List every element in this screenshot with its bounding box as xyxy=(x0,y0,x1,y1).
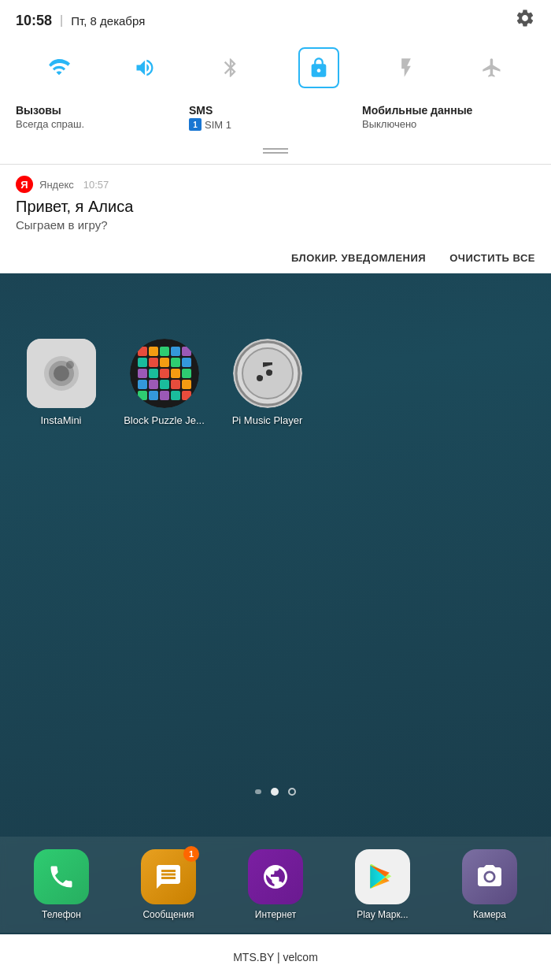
sms-block[interactable]: SMS 1 SIM 1 xyxy=(189,104,362,131)
calls-label: Вызовы xyxy=(16,104,189,117)
svg-rect-25 xyxy=(160,380,169,389)
airplane-toggle[interactable] xyxy=(473,49,511,87)
instamini-label: InstaMini xyxy=(40,414,81,428)
dock-item-playstore[interactable]: Play Марк... xyxy=(343,849,422,920)
app-item-pimusic[interactable]: Pi Music Player xyxy=(222,339,312,428)
phone-icon xyxy=(34,849,89,904)
page-dots xyxy=(255,788,296,796)
app-item-blockpuzzle[interactable]: Block Puzzle Je... xyxy=(119,339,209,428)
blockpuzzle-label: Block Puzzle Je... xyxy=(124,414,205,428)
playstore-icon xyxy=(355,849,410,904)
drag-handle xyxy=(0,139,551,164)
camera-icon xyxy=(462,849,517,904)
volume-toggle[interactable] xyxy=(126,49,164,87)
dock: Телефон 1 Сообщения Интернет xyxy=(0,837,551,933)
notification-panel: 10:58 | Пт, 8 декабря xyxy=(0,0,551,273)
app-item-instamini[interactable]: InstaMini xyxy=(16,339,106,428)
dock-item-internet[interactable]: Интернет xyxy=(236,849,315,920)
svg-rect-28 xyxy=(138,391,147,400)
clear-all-button[interactable]: ОЧИСТИТЬ ВСЕ xyxy=(449,252,535,264)
bluetooth-toggle[interactable] xyxy=(212,49,250,87)
svg-point-6 xyxy=(54,366,69,381)
status-date: Пт, 8 декабря xyxy=(71,14,145,28)
notif-body: Сыграем в игру? xyxy=(16,218,535,232)
messages-badge: 1 xyxy=(183,846,199,862)
notif-title: Привет, я Алиса xyxy=(16,198,535,216)
svg-rect-19 xyxy=(149,369,158,378)
svg-rect-23 xyxy=(138,380,147,389)
page-dot-3 xyxy=(288,788,296,796)
bottom-bar: MTS.BY | velcom xyxy=(0,934,551,980)
page-dot-2-active xyxy=(271,788,279,796)
notif-time: 10:57 xyxy=(83,179,109,191)
svg-rect-12 xyxy=(182,347,191,356)
pimusic-label: Pi Music Player xyxy=(232,414,303,428)
notif-header: Я Яндекс 10:57 xyxy=(16,176,535,193)
svg-rect-8 xyxy=(138,347,147,356)
flashlight-toggle[interactable] xyxy=(387,49,425,87)
page-dot-1 xyxy=(255,789,261,794)
calls-sms-row: Вызовы Всегда спраш. SMS 1 SIM 1 Мобильн… xyxy=(0,99,551,139)
svg-rect-27 xyxy=(182,380,191,389)
svg-rect-20 xyxy=(160,369,169,378)
yandex-logo: Я xyxy=(16,176,33,193)
svg-rect-13 xyxy=(138,358,147,367)
status-time: 10:58 xyxy=(16,13,52,29)
notif-app-name: Яндекс xyxy=(39,179,74,191)
calls-block[interactable]: Вызовы Всегда спраш. xyxy=(16,104,189,131)
svg-rect-18 xyxy=(138,369,147,378)
settings-icon[interactable] xyxy=(515,8,535,33)
sim-badge: 1 xyxy=(189,118,202,131)
svg-rect-32 xyxy=(182,391,191,400)
instamini-icon xyxy=(27,339,96,408)
svg-rect-15 xyxy=(160,358,169,367)
internet-label: Интернет xyxy=(255,909,296,920)
data-sub: Выключено xyxy=(362,118,535,130)
dock-item-messages[interactable]: 1 Сообщения xyxy=(129,849,208,920)
phone-label: Телефон xyxy=(42,909,81,920)
svg-rect-10 xyxy=(160,347,169,356)
dock-item-camera[interactable]: Камера xyxy=(450,849,529,920)
status-divider: | xyxy=(60,13,63,28)
svg-rect-24 xyxy=(149,380,158,389)
messages-icon: 1 xyxy=(141,849,196,904)
calls-sub: Всегда спраш. xyxy=(16,118,189,130)
svg-rect-30 xyxy=(160,391,169,400)
mobile-data-block[interactable]: Мобильные данные Выключено xyxy=(362,104,535,131)
svg-rect-26 xyxy=(171,380,180,389)
quick-toggles xyxy=(0,41,551,99)
app-grid: InstaMini xyxy=(16,339,312,428)
sms-label: SMS xyxy=(189,104,362,117)
yandex-notification[interactable]: Я Яндекс 10:57 Привет, я Алиса Сыграем в… xyxy=(0,165,551,243)
wifi-toggle[interactable] xyxy=(40,49,78,87)
data-label: Мобильные данные xyxy=(362,104,535,117)
svg-rect-22 xyxy=(182,369,191,378)
blockpuzzle-icon xyxy=(130,339,199,408)
carrier-text: MTS.BY | velcom xyxy=(233,951,318,963)
dock-item-phone[interactable]: Телефон xyxy=(22,849,101,920)
svg-rect-17 xyxy=(182,358,191,367)
pimusic-icon xyxy=(233,339,302,408)
svg-rect-14 xyxy=(149,358,158,367)
svg-rect-21 xyxy=(171,369,180,378)
messages-label: Сообщения xyxy=(142,909,194,920)
svg-rect-16 xyxy=(171,358,180,367)
sms-sub: 1 SIM 1 xyxy=(189,118,362,131)
screen-lock-toggle[interactable] xyxy=(298,47,339,88)
status-bar: 10:58 | Пт, 8 декабря xyxy=(0,0,551,41)
internet-icon xyxy=(248,849,303,904)
svg-point-5 xyxy=(66,361,74,369)
action-bar: БЛОКИР. УВЕДОМЛЕНИЯ ОЧИСТИТЬ ВСЕ xyxy=(0,243,551,273)
svg-rect-11 xyxy=(171,347,180,356)
svg-rect-31 xyxy=(171,391,180,400)
svg-rect-29 xyxy=(149,391,158,400)
svg-rect-9 xyxy=(149,347,158,356)
camera-label: Камера xyxy=(473,909,506,920)
block-notifications-button[interactable]: БЛОКИР. УВЕДОМЛЕНИЯ xyxy=(291,252,426,264)
playstore-label: Play Марк... xyxy=(357,909,408,920)
